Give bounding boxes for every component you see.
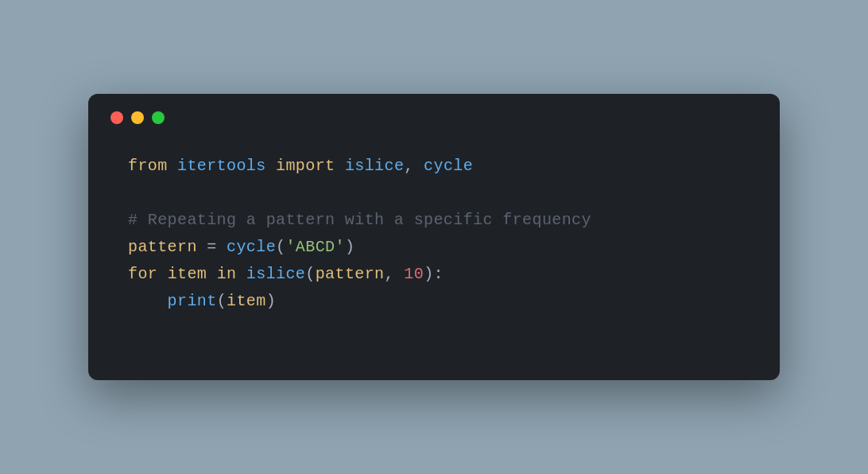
string-abcd: 'ABCD' — [285, 238, 344, 256]
var-pattern-arg: pattern — [316, 265, 385, 283]
module-itertools: itertools — [177, 157, 266, 175]
keyword-for: for — [128, 265, 157, 283]
code-line-1: from itertools import islice, cycle — [128, 153, 740, 180]
minimize-button[interactable] — [131, 111, 144, 124]
var-pattern: pattern — [128, 238, 197, 256]
func-print: print — [168, 292, 217, 310]
func-cycle-call: cycle — [227, 238, 276, 256]
maximize-button[interactable] — [152, 111, 165, 124]
code-line-5: print(item) — [128, 288, 740, 315]
code-line-4: for item in islice(pattern, 10): — [128, 261, 740, 288]
var-item: item — [168, 265, 207, 283]
code-block: from itertools import islice, cycle # Re… — [88, 138, 780, 323]
keyword-import: import — [276, 157, 335, 175]
code-comment: # Repeating a pattern with a specific fr… — [128, 207, 740, 234]
code-line-3: pattern = cycle('ABCD') — [128, 234, 740, 261]
close-button[interactable] — [110, 111, 123, 124]
number-10: 10 — [404, 265, 424, 283]
keyword-in: in — [217, 265, 237, 283]
func-islice-call: islice — [246, 265, 305, 283]
keyword-from: from — [128, 157, 168, 175]
titlebar — [88, 94, 780, 138]
blank-line-1 — [128, 180, 740, 207]
func-islice: islice — [345, 157, 404, 175]
func-cycle: cycle — [424, 157, 473, 175]
var-item-arg: item — [227, 292, 266, 310]
code-window: from itertools import islice, cycle # Re… — [88, 94, 780, 380]
